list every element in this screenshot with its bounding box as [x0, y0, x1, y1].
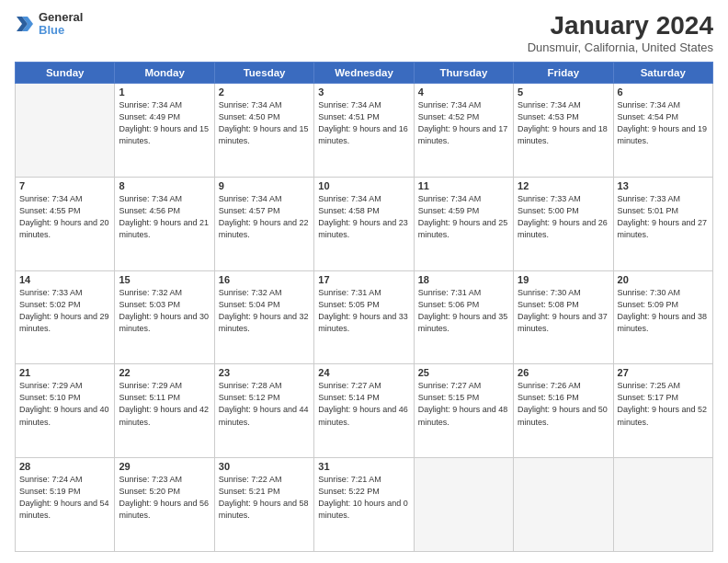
calendar-cell: 8Sunrise: 7:34 AMSunset: 4:56 PMDaylight…	[115, 177, 214, 270]
calendar-cell	[514, 458, 613, 552]
day-info: Sunrise: 7:21 AMSunset: 5:22 PMDaylight:…	[318, 474, 409, 522]
day-info: Sunrise: 7:34 AMSunset: 4:59 PMDaylight:…	[418, 193, 509, 241]
weekday-header: Sunday	[16, 63, 115, 84]
weekday-header: Tuesday	[214, 63, 313, 84]
day-info: Sunrise: 7:32 AMSunset: 5:04 PMDaylight:…	[219, 287, 310, 335]
calendar-cell	[613, 458, 712, 552]
day-number: 8	[119, 180, 210, 191]
day-info: Sunrise: 7:22 AMSunset: 5:21 PMDaylight:…	[219, 474, 310, 522]
title-block: January 2024 Dunsmuir, California, Unite…	[528, 11, 713, 54]
calendar-cell: 19Sunrise: 7:30 AMSunset: 5:08 PMDayligh…	[514, 270, 613, 364]
calendar-cell: 4Sunrise: 7:34 AMSunset: 4:52 PMDaylight…	[414, 84, 513, 178]
day-number: 15	[119, 274, 210, 285]
day-number: 7	[19, 180, 110, 191]
day-number: 10	[318, 180, 409, 191]
calendar-cell: 9Sunrise: 7:34 AMSunset: 4:57 PMDaylight…	[214, 177, 313, 270]
day-number: 23	[219, 367, 310, 378]
logo-line2: Blue	[39, 24, 83, 37]
day-number: 5	[518, 86, 609, 98]
day-number: 1	[119, 86, 210, 98]
calendar-cell: 18Sunrise: 7:31 AMSunset: 5:06 PMDayligh…	[414, 270, 513, 364]
day-info: Sunrise: 7:30 AMSunset: 5:08 PMDaylight:…	[518, 287, 609, 335]
calendar-cell: 22Sunrise: 7:29 AMSunset: 5:11 PMDayligh…	[115, 364, 214, 458]
day-number: 3	[318, 86, 409, 98]
day-number: 12	[518, 180, 609, 191]
calendar-cell: 26Sunrise: 7:26 AMSunset: 5:16 PMDayligh…	[514, 364, 613, 458]
calendar-cell: 13Sunrise: 7:33 AMSunset: 5:01 PMDayligh…	[613, 177, 712, 270]
weekday-header: Friday	[514, 63, 613, 84]
day-info: Sunrise: 7:34 AMSunset: 4:55 PMDaylight:…	[19, 193, 110, 241]
day-info: Sunrise: 7:33 AMSunset: 5:02 PMDaylight:…	[19, 287, 110, 335]
calendar-cell: 2Sunrise: 7:34 AMSunset: 4:50 PMDaylight…	[214, 84, 313, 178]
day-info: Sunrise: 7:34 AMSunset: 4:58 PMDaylight:…	[318, 193, 409, 241]
day-number: 2	[219, 86, 310, 98]
logo-text: General Blue	[39, 11, 83, 38]
calendar-cell: 6Sunrise: 7:34 AMSunset: 4:54 PMDaylight…	[613, 84, 712, 178]
day-number: 9	[219, 180, 310, 191]
calendar-week-row: 1Sunrise: 7:34 AMSunset: 4:49 PMDaylight…	[16, 84, 713, 178]
logo: General Blue	[15, 11, 83, 38]
day-info: Sunrise: 7:33 AMSunset: 5:00 PMDaylight:…	[518, 193, 609, 241]
day-info: Sunrise: 7:33 AMSunset: 5:01 PMDaylight:…	[618, 193, 709, 241]
calendar-cell	[414, 458, 513, 552]
calendar-table: SundayMondayTuesdayWednesdayThursdayFrid…	[15, 62, 713, 552]
page: General Blue January 2024 Dunsmuir, Cali…	[0, 0, 728, 563]
calendar-cell: 29Sunrise: 7:23 AMSunset: 5:20 PMDayligh…	[115, 458, 214, 552]
calendar-cell: 1Sunrise: 7:34 AMSunset: 4:49 PMDaylight…	[115, 84, 214, 178]
calendar-cell: 7Sunrise: 7:34 AMSunset: 4:55 PMDaylight…	[16, 177, 115, 270]
calendar-cell: 28Sunrise: 7:24 AMSunset: 5:19 PMDayligh…	[16, 458, 115, 552]
day-number: 4	[418, 86, 509, 98]
day-number: 27	[618, 367, 709, 378]
day-info: Sunrise: 7:32 AMSunset: 5:03 PMDaylight:…	[119, 287, 210, 335]
day-number: 31	[318, 461, 409, 472]
day-number: 17	[318, 274, 409, 285]
weekday-header: Monday	[115, 63, 214, 84]
day-info: Sunrise: 7:27 AMSunset: 5:15 PMDaylight:…	[418, 380, 509, 428]
day-info: Sunrise: 7:24 AMSunset: 5:19 PMDaylight:…	[19, 474, 110, 522]
calendar-cell: 25Sunrise: 7:27 AMSunset: 5:15 PMDayligh…	[414, 364, 513, 458]
calendar-header-row: SundayMondayTuesdayWednesdayThursdayFrid…	[16, 63, 713, 84]
calendar-week-row: 7Sunrise: 7:34 AMSunset: 4:55 PMDaylight…	[16, 177, 713, 270]
day-number: 11	[418, 180, 509, 191]
calendar-cell: 12Sunrise: 7:33 AMSunset: 5:00 PMDayligh…	[514, 177, 613, 270]
calendar-cell: 15Sunrise: 7:32 AMSunset: 5:03 PMDayligh…	[115, 270, 214, 364]
calendar-cell	[16, 84, 115, 178]
day-info: Sunrise: 7:28 AMSunset: 5:12 PMDaylight:…	[219, 380, 310, 428]
day-number: 29	[119, 461, 210, 472]
calendar-cell: 30Sunrise: 7:22 AMSunset: 5:21 PMDayligh…	[214, 458, 313, 552]
day-info: Sunrise: 7:34 AMSunset: 4:57 PMDaylight:…	[219, 193, 310, 241]
day-info: Sunrise: 7:26 AMSunset: 5:16 PMDaylight:…	[518, 380, 609, 428]
weekday-header: Wednesday	[314, 63, 414, 84]
calendar-cell: 21Sunrise: 7:29 AMSunset: 5:10 PMDayligh…	[16, 364, 115, 458]
day-info: Sunrise: 7:30 AMSunset: 5:09 PMDaylight:…	[618, 287, 709, 335]
calendar-cell: 5Sunrise: 7:34 AMSunset: 4:53 PMDaylight…	[514, 84, 613, 178]
calendar-cell: 20Sunrise: 7:30 AMSunset: 5:09 PMDayligh…	[613, 270, 712, 364]
day-number: 24	[318, 367, 409, 378]
day-number: 25	[418, 367, 509, 378]
day-info: Sunrise: 7:31 AMSunset: 5:05 PMDaylight:…	[318, 287, 409, 335]
day-number: 21	[19, 367, 110, 378]
month-title: January 2024	[528, 11, 713, 40]
calendar-week-row: 14Sunrise: 7:33 AMSunset: 5:02 PMDayligh…	[16, 270, 713, 364]
day-info: Sunrise: 7:34 AMSunset: 4:56 PMDaylight:…	[119, 193, 210, 241]
calendar-week-row: 28Sunrise: 7:24 AMSunset: 5:19 PMDayligh…	[16, 458, 713, 552]
day-info: Sunrise: 7:34 AMSunset: 4:52 PMDaylight:…	[418, 99, 509, 147]
day-info: Sunrise: 7:31 AMSunset: 5:06 PMDaylight:…	[418, 287, 509, 335]
logo-icon	[15, 14, 35, 34]
calendar-cell: 24Sunrise: 7:27 AMSunset: 5:14 PMDayligh…	[314, 364, 414, 458]
day-number: 16	[219, 274, 310, 285]
day-number: 26	[518, 367, 609, 378]
day-info: Sunrise: 7:25 AMSunset: 5:17 PMDaylight:…	[618, 380, 709, 428]
day-info: Sunrise: 7:34 AMSunset: 4:54 PMDaylight:…	[618, 99, 709, 147]
calendar-cell: 16Sunrise: 7:32 AMSunset: 5:04 PMDayligh…	[214, 270, 313, 364]
day-number: 28	[19, 461, 110, 472]
day-number: 20	[618, 274, 709, 285]
calendar-cell: 31Sunrise: 7:21 AMSunset: 5:22 PMDayligh…	[314, 458, 414, 552]
day-info: Sunrise: 7:29 AMSunset: 5:11 PMDaylight:…	[119, 380, 210, 428]
calendar-week-row: 21Sunrise: 7:29 AMSunset: 5:10 PMDayligh…	[16, 364, 713, 458]
calendar-cell: 14Sunrise: 7:33 AMSunset: 5:02 PMDayligh…	[16, 270, 115, 364]
day-info: Sunrise: 7:29 AMSunset: 5:10 PMDaylight:…	[19, 380, 110, 428]
header: General Blue January 2024 Dunsmuir, Cali…	[15, 11, 713, 54]
day-info: Sunrise: 7:34 AMSunset: 4:49 PMDaylight:…	[119, 99, 210, 147]
calendar-cell: 17Sunrise: 7:31 AMSunset: 5:05 PMDayligh…	[314, 270, 414, 364]
